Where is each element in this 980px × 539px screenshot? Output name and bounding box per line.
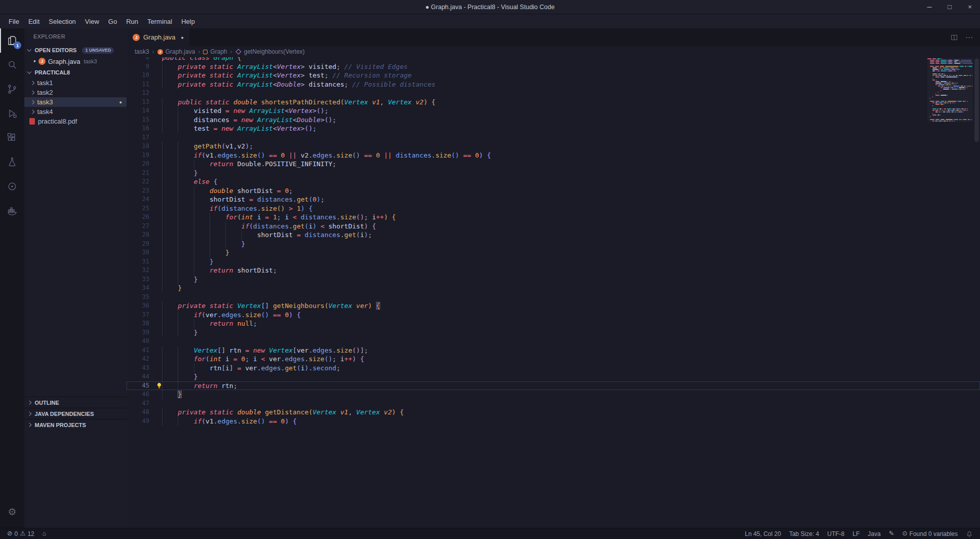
code-line-41[interactable]: 41 Vertex[] rtn = new Vertex[ver.edges.s…: [127, 346, 980, 355]
code-line-11[interactable]: 11 private static ArrayList<Double> dist…: [127, 80, 980, 89]
activity-explorer[interactable]: 1: [0, 28, 24, 53]
menu-run[interactable]: Run: [121, 18, 143, 25]
line-number[interactable]: 38: [127, 319, 162, 328]
breadcrumb-0[interactable]: task3: [135, 48, 149, 55]
breadcrumb-3[interactable]: getNeighbours(Vertex): [244, 48, 305, 55]
language-status[interactable]: ✎: [885, 528, 898, 539]
section-java-dependencies[interactable]: JAVA DEPENDENCIES: [24, 408, 127, 419]
activity-docker[interactable]: [0, 199, 24, 223]
menu-help[interactable]: Help: [177, 18, 199, 25]
code-line-33[interactable]: 33 }: [127, 275, 980, 284]
line-number[interactable]: 14: [127, 106, 162, 115]
eol-sequence[interactable]: LF: [848, 528, 864, 539]
code-line-23[interactable]: 23 double shortDist = 0;: [127, 186, 980, 196]
found-variables[interactable]: ⊙ Found 0 variables: [898, 528, 962, 539]
menu-file[interactable]: File: [4, 18, 24, 25]
line-number[interactable]: 47: [127, 399, 162, 408]
activity-run-debug[interactable]: [0, 101, 24, 126]
line-number[interactable]: 20: [127, 160, 162, 169]
line-number[interactable]: 16: [127, 124, 162, 133]
indentation[interactable]: Tab Size: 4: [785, 528, 823, 539]
menu-go[interactable]: Go: [104, 18, 121, 25]
code-line-31[interactable]: 31 }: [127, 257, 980, 266]
minimap[interactable]: [927, 58, 973, 122]
tree-item-task2[interactable]: task2: [24, 88, 127, 97]
line-number[interactable]: 44: [127, 372, 162, 381]
line-number[interactable]: 12: [127, 89, 162, 98]
code-line-13[interactable]: 13 public static double shortestPathDire…: [127, 98, 980, 107]
line-number[interactable]: 40: [127, 337, 162, 346]
code-line-34[interactable]: 34 }: [127, 284, 980, 293]
code-line-32[interactable]: 32 return shortDist;: [127, 266, 980, 275]
home-indicator[interactable]: ⌂: [38, 528, 51, 539]
line-number[interactable]: 28: [127, 230, 162, 240]
scrollbar-thumb[interactable]: [974, 58, 979, 142]
activity-test-explorer[interactable]: [0, 174, 24, 199]
line-number[interactable]: 43: [127, 364, 162, 373]
code-line-30[interactable]: 30 }: [127, 248, 980, 257]
more-actions-icon[interactable]: ⋯: [965, 33, 973, 42]
code-line-29[interactable]: 29 }: [127, 240, 980, 249]
problems-indicator[interactable]: ⊘ 0 ⚠ 12: [3, 528, 38, 539]
code-line-40[interactable]: 40: [127, 337, 980, 346]
notifications[interactable]: [962, 528, 977, 539]
code-line-37[interactable]: 37 if(ver.edges.size() == 0) {: [127, 311, 980, 320]
line-number[interactable]: 42: [127, 355, 162, 364]
menu-terminal[interactable]: Terminal: [143, 18, 177, 25]
tree-item-practical8.pdf[interactable]: practical8.pdf: [24, 117, 127, 126]
section-maven-projects[interactable]: MAVEN PROJECTS: [24, 419, 127, 430]
line-number[interactable]: 39: [127, 328, 162, 337]
code-editor[interactable]: 8public class Graph {9 private static Ar…: [127, 57, 980, 528]
line-number[interactable]: 11: [127, 80, 162, 89]
cursor-position[interactable]: Ln 45, Col 20: [741, 528, 785, 539]
tree-item-task1[interactable]: task1: [24, 78, 127, 88]
line-number[interactable]: 24: [127, 195, 162, 204]
code-line-17[interactable]: 17: [127, 133, 980, 142]
open-editor-item[interactable]: ● Graph.java task3: [24, 56, 127, 67]
line-number[interactable]: 25: [127, 204, 162, 213]
menu-edit[interactable]: Edit: [24, 18, 44, 25]
code-line-28[interactable]: 28 shortDist = distances.get(i);: [127, 230, 980, 240]
line-number[interactable]: 22: [127, 177, 162, 186]
code-line-36[interactable]: 36 private static Vertex[] getNeighbours…: [127, 301, 980, 311]
activity-settings[interactable]: ⚙: [0, 499, 24, 524]
code-line-18[interactable]: 18 getPath(v1,v2);: [127, 142, 980, 151]
line-number[interactable]: 27: [127, 222, 162, 231]
code-line-35[interactable]: 35: [127, 293, 980, 302]
line-number[interactable]: 10: [127, 71, 162, 80]
tree-item-task3[interactable]: task3●: [24, 97, 127, 107]
code-line-9[interactable]: 9 private static ArrayList<Vertex> visit…: [127, 62, 980, 71]
minimap-viewport[interactable]: [927, 58, 973, 122]
breadcrumb-2[interactable]: Graph: [210, 48, 227, 55]
editor-scrollbar[interactable]: [973, 57, 980, 528]
tab-graph-java[interactable]: Graph.java ●: [127, 28, 190, 46]
code-line-39[interactable]: 39 }: [127, 328, 980, 337]
line-number[interactable]: 29: [127, 240, 162, 249]
code-line-45[interactable]: 45 return rtn;: [127, 381, 980, 391]
unsaved-dot-icon[interactable]: ●: [181, 35, 184, 40]
code-line-27[interactable]: 27 if(distances.get(i) < shortDist) {: [127, 222, 980, 231]
split-editor-icon[interactable]: [950, 33, 958, 42]
code-line-19[interactable]: 19 if(v1.edges.size() == 0 || v2.edges.s…: [127, 151, 980, 160]
menu-view[interactable]: View: [80, 18, 104, 25]
code-line-44[interactable]: 44 }: [127, 372, 980, 381]
line-number[interactable]: 35: [127, 293, 162, 302]
code-line-42[interactable]: 42 for(int i = 0; i < ver.edges.size(); …: [127, 355, 980, 364]
code-line-43[interactable]: 43 rtn[i] = ver.edges.get(i).second;: [127, 364, 980, 373]
code-line-47[interactable]: 47: [127, 399, 980, 408]
code-line-21[interactable]: 21 }: [127, 169, 980, 178]
line-number[interactable]: 30: [127, 248, 162, 257]
line-number[interactable]: 13: [127, 98, 162, 107]
code-line-22[interactable]: 22 else {: [127, 177, 980, 186]
menu-selection[interactable]: Selection: [44, 18, 80, 25]
tree-item-task4[interactable]: task4: [24, 107, 127, 117]
window-maximize-button[interactable]: □: [940, 0, 960, 14]
open-editors-header[interactable]: OPEN EDITORS 1 UNSAVED: [24, 45, 127, 56]
code-line-8[interactable]: 8public class Graph {: [127, 57, 980, 62]
line-number[interactable]: 15: [127, 115, 162, 125]
line-number[interactable]: 34: [127, 284, 162, 293]
code-line-15[interactable]: 15 distances = new ArrayList<Double>();: [127, 115, 980, 125]
section-outline[interactable]: OUTLINE: [24, 397, 127, 408]
code-line-38[interactable]: 38 return null;: [127, 319, 980, 328]
code-line-16[interactable]: 16 test = new ArrayList<Vertex>();: [127, 124, 980, 133]
